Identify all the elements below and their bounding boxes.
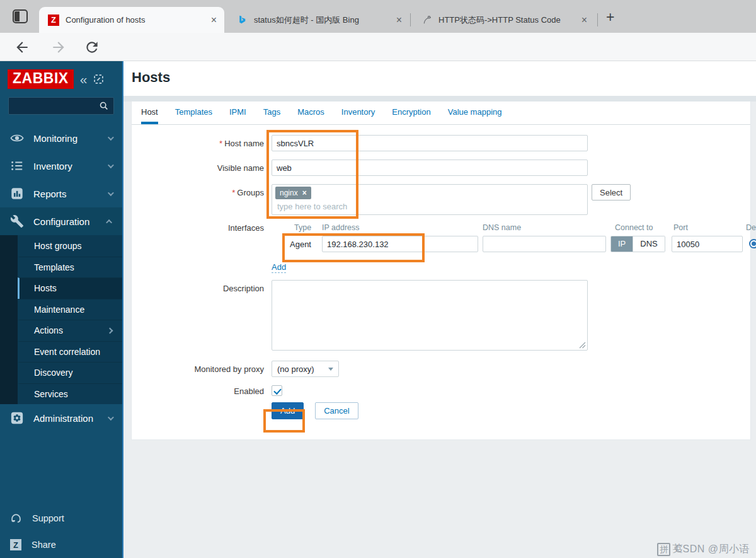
eye-icon: [10, 131, 24, 145]
sidebar-item-actions[interactable]: Actions: [18, 320, 122, 341]
tab-macros[interactable]: Macros: [297, 102, 324, 124]
gear-icon: [10, 411, 24, 425]
browser-tab-http-status[interactable]: HTTP状态码->HTTP Status Code ×: [413, 7, 595, 33]
sidebar-item-reports[interactable]: Reports: [0, 180, 122, 207]
header-divider: [123, 96, 756, 102]
group-chip-nginx: nginx ×: [275, 187, 311, 199]
sidebar-item-host-groups[interactable]: Host groups: [18, 235, 122, 257]
resize-grip-icon[interactable]: [579, 342, 586, 349]
chevron-down-icon: [108, 190, 114, 196]
description-label: Description: [132, 280, 272, 352]
interface-port-input[interactable]: [672, 236, 743, 252]
sidebar-expand-icon[interactable]: [93, 74, 104, 84]
sidebar-item-maintenance[interactable]: Maintenance: [18, 299, 122, 320]
submenu-label: Hosts: [34, 283, 112, 293]
sidebar-item-configuration[interactable]: Configuration: [0, 207, 122, 235]
bar-chart-icon: [10, 187, 24, 201]
sidebar-item-inventory[interactable]: Inventory: [0, 152, 122, 180]
default-interface-radio[interactable]: [749, 239, 756, 248]
groups-multiselect[interactable]: nginx × type here to search: [272, 184, 588, 215]
connect-to-toggle: IP DNS: [610, 236, 665, 252]
new-tab-button[interactable]: +: [606, 10, 614, 24]
tab-title: status如何超时 - 国内版 Bing: [254, 15, 389, 26]
tab-divider: [597, 13, 598, 26]
tab-inventory[interactable]: Inventory: [341, 102, 375, 124]
add-interface-link[interactable]: Add: [272, 262, 286, 273]
tab-host[interactable]: Host: [141, 102, 158, 124]
tab-title: HTTP状态码->HTTP Status Code: [438, 15, 574, 26]
groups-select-button[interactable]: Select: [592, 184, 631, 201]
host-form-card: Host Templates IPMI Tags Macros Inventor…: [131, 102, 751, 440]
tab-value-mapping[interactable]: Value mapping: [448, 102, 502, 124]
host-name-input[interactable]: [272, 135, 588, 151]
chip-remove-icon[interactable]: ×: [302, 189, 307, 197]
description-textarea[interactable]: [272, 280, 588, 351]
groups-search-placeholder[interactable]: type here to search: [275, 199, 584, 211]
browser-tab-bing[interactable]: status如何超时 - 国内版 Bing ×: [228, 7, 410, 33]
browser-tab-zabbix[interactable]: Z Configuration of hosts ×: [39, 7, 224, 33]
connect-ip-segment[interactable]: IP: [611, 236, 633, 252]
tab-templates[interactable]: Templates: [175, 102, 212, 124]
sidebar-item-label: Monitoring: [33, 133, 98, 144]
bing-icon: [237, 15, 248, 25]
close-icon[interactable]: ×: [210, 15, 218, 25]
sidebar-item-share[interactable]: Z Share: [0, 532, 122, 558]
sidebar-item-event-correlation[interactable]: Event correlation: [18, 341, 122, 363]
add-button[interactable]: Add: [272, 402, 304, 419]
tab-divider: [410, 13, 411, 26]
close-icon[interactable]: ×: [580, 15, 588, 25]
proxy-select[interactable]: (no proxy): [272, 361, 339, 377]
back-button[interactable]: [14, 39, 30, 55]
connect-dns-segment[interactable]: DNS: [633, 236, 664, 252]
submenu-label: Host groups: [34, 241, 112, 251]
pen-icon: [422, 15, 432, 25]
host-name-label: *Host name: [132, 135, 272, 151]
sidebar-item-support[interactable]: Support: [0, 505, 122, 532]
required-mark: *: [232, 188, 235, 197]
sidebar-item-services[interactable]: Services: [18, 383, 122, 405]
required-mark: *: [219, 139, 222, 148]
tab-ipmi[interactable]: IPMI: [229, 102, 246, 124]
close-icon[interactable]: ×: [395, 15, 403, 25]
interface-ip-input[interactable]: [322, 236, 478, 252]
sidebar-item-hosts[interactable]: Hosts: [18, 277, 122, 299]
interface-dns-input[interactable]: [483, 236, 606, 252]
zabbix-sidebar: ZABBIX « Monitoring: [0, 61, 123, 558]
sidebar-search-input[interactable]: [8, 97, 114, 115]
sidebar-item-label: Reports: [33, 189, 98, 199]
col-default: Default: [746, 223, 756, 232]
browser-toolbar: 不安全 | 192.168.230.101/hosts.php?form=cre…: [0, 33, 756, 61]
sidebar-collapse-button[interactable]: «: [80, 73, 88, 86]
sidebar-item-discovery[interactable]: Discovery: [18, 362, 122, 383]
interface-type-agent: Agent: [290, 240, 311, 249]
visible-name-input[interactable]: [272, 160, 588, 176]
zabbix-logo[interactable]: ZABBIX: [8, 69, 74, 89]
headset-icon: [10, 513, 22, 525]
forward-button[interactable]: [50, 39, 67, 55]
submenu-label: Actions: [34, 325, 108, 335]
sidebar-item-administration[interactable]: Administration: [0, 404, 122, 432]
enabled-checkbox[interactable]: [272, 385, 282, 396]
submenu-label: Services: [34, 389, 112, 399]
col-connect-to: Connect to: [615, 223, 653, 232]
interfaces-label: Interfaces: [132, 223, 272, 279]
cancel-button[interactable]: Cancel: [315, 402, 358, 419]
tab-tags[interactable]: Tags: [263, 102, 280, 124]
sidebar-item-templates[interactable]: Templates: [18, 257, 122, 278]
submenu-label: Discovery: [34, 368, 112, 378]
chevron-down-icon: [108, 414, 114, 421]
submenu-label: Event correlation: [34, 347, 112, 357]
proxy-label: Monitored by proxy: [132, 361, 272, 377]
sidebar-item-monitoring[interactable]: Monitoring: [0, 124, 122, 152]
refresh-button[interactable]: [84, 39, 100, 55]
watermark-overlay-glyph: 英: [672, 542, 683, 555]
tab-actions-icon[interactable]: [13, 9, 28, 23]
sidebar-item-label: Configuration: [33, 216, 98, 227]
submenu-label: Maintenance: [34, 305, 112, 315]
browser-tab-strip: Z Configuration of hosts × status如何超时 - …: [0, 0, 756, 33]
tab-encryption[interactable]: Encryption: [392, 102, 430, 124]
sidebar-item-label: Administration: [33, 413, 98, 424]
chevron-down-icon: [108, 134, 114, 141]
col-dns-name: DNS name: [483, 223, 521, 232]
search-icon: [99, 101, 109, 111]
